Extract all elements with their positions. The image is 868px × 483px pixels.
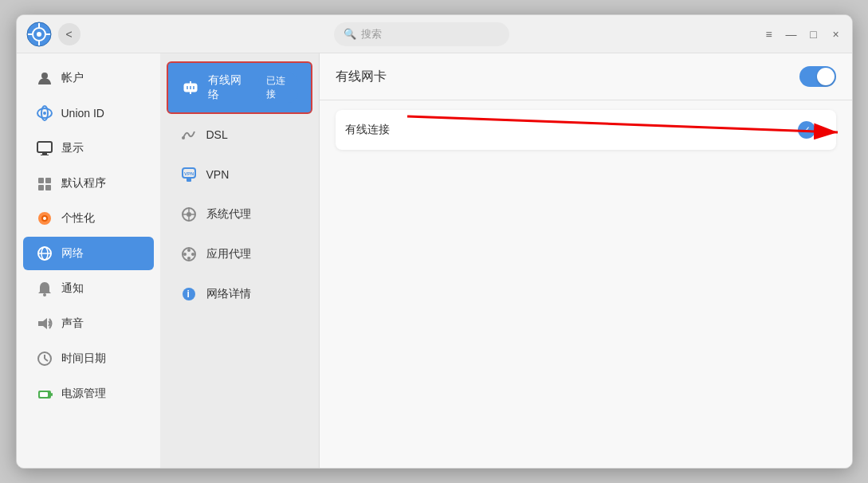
sidebar-label-network: 网络 (61, 246, 84, 261)
panel-header: 有线网卡 (320, 53, 852, 100)
titlebar-right: ≡ — □ × (763, 28, 842, 41)
sidebar-label-display: 显示 (61, 141, 84, 155)
svg-rect-31 (40, 392, 48, 397)
titlebar-left: < (26, 22, 81, 47)
svg-rect-14 (38, 178, 44, 183)
panel-title: 有线网卡 (336, 69, 799, 85)
sidebar-item-default-app[interactable]: 默认程序 (23, 167, 154, 200)
search-placeholder: 搜索 (361, 27, 382, 41)
network-panel: 有线网卡 有线连接 ✓ › (320, 53, 852, 468)
sidebar-label-power: 电源管理 (61, 387, 106, 401)
power-icon (36, 385, 53, 402)
display-icon (36, 139, 53, 157)
connected-badge: 已连接 (258, 73, 297, 103)
svg-rect-12 (42, 153, 47, 155)
sub-sidebar-label-app-proxy: 应用代理 (206, 247, 251, 261)
sidebar-item-datetime[interactable]: 时间日期 (23, 342, 154, 375)
sidebar-label-account: 帐户 (61, 71, 84, 85)
sub-sidebar-label-system-proxy: 系统代理 (206, 207, 251, 222)
table-row[interactable]: 有线连接 ✓ › (336, 110, 836, 150)
svg-point-7 (41, 73, 48, 79)
connection-list: 有线连接 ✓ › (320, 100, 852, 166)
network-sub-sidebar: 有线网络 已连接 DSL VPN (160, 53, 320, 468)
sidebar-label-default-app: 默认程序 (61, 176, 106, 190)
sub-sidebar-label-network-detail: 网络详情 (206, 287, 251, 301)
svg-text:i: i (187, 289, 189, 300)
wired-toggle[interactable] (799, 66, 836, 87)
search-icon: 🔍 (344, 28, 356, 40)
sub-sidebar-label-dsl: DSL (206, 128, 228, 141)
svg-point-2 (37, 32, 41, 37)
wired-network-icon (181, 78, 200, 97)
svg-point-24 (43, 293, 46, 296)
svg-line-28 (45, 359, 48, 361)
sidebar-label-sound: 声音 (61, 316, 84, 331)
close-button[interactable]: × (830, 28, 842, 41)
account-icon (36, 69, 53, 87)
sub-sidebar-item-network-detail[interactable]: i 网络详情 (167, 275, 312, 313)
sidebar-label-personalize: 个性化 (61, 211, 95, 226)
sub-sidebar-item-dsl[interactable]: DSL (167, 116, 312, 154)
titlebar-center: 🔍 搜索 (81, 22, 763, 46)
union-icon (36, 104, 53, 122)
back-button[interactable]: < (58, 23, 81, 45)
sidebar-item-network[interactable]: 网络 (23, 237, 154, 270)
svg-rect-13 (41, 155, 49, 155)
app-proxy-icon (179, 245, 198, 264)
svg-point-38 (182, 136, 185, 139)
sidebar-label-notify: 通知 (61, 281, 84, 296)
connected-check-icon: ✓ (798, 121, 815, 139)
sidebar-label-datetime: 时间日期 (61, 351, 106, 366)
network-icon (36, 245, 53, 262)
main-window: < 🔍 搜索 ≡ — □ × 帐户 (16, 14, 853, 469)
svg-point-51 (187, 249, 190, 252)
vpn-icon: VPN (179, 165, 198, 184)
titlebar: < 🔍 搜索 ≡ — □ × (17, 15, 852, 53)
search-bar[interactable]: 🔍 搜索 (334, 22, 509, 46)
minimize-button[interactable]: — (785, 28, 798, 41)
sidebar-item-sound[interactable]: 声音 (23, 307, 154, 340)
main-content: 帐户 Union ID 显示 (17, 53, 852, 468)
sidebar-item-power[interactable]: 电源管理 (23, 377, 154, 410)
system-proxy-icon (179, 205, 198, 224)
network-detail-icon: i (179, 285, 198, 304)
svg-point-20 (43, 217, 46, 220)
toggle-knob (817, 68, 835, 85)
svg-rect-30 (51, 393, 53, 396)
sub-sidebar-item-vpn[interactable]: VPN VPN (167, 155, 312, 194)
app-icon (26, 22, 52, 47)
sidebar-item-account[interactable]: 帐户 (23, 61, 154, 95)
svg-text:VPN: VPN (184, 171, 194, 176)
default-app-icon (36, 175, 53, 192)
svg-rect-11 (37, 142, 52, 152)
back-icon: < (65, 28, 72, 41)
dsl-icon (179, 125, 198, 144)
svg-rect-16 (38, 185, 44, 190)
svg-marker-25 (38, 318, 47, 329)
sub-sidebar-label-vpn: VPN (206, 168, 230, 181)
sub-sidebar-label-wired: 有线网络 (208, 73, 245, 102)
svg-point-43 (187, 212, 191, 217)
sidebar-item-display[interactable]: 显示 (23, 132, 154, 165)
connection-name: 有线连接 (345, 123, 799, 137)
svg-point-50 (191, 253, 194, 256)
svg-rect-15 (45, 178, 51, 183)
sidebar-item-personalize[interactable]: 个性化 (23, 202, 154, 235)
datetime-icon (36, 350, 53, 367)
sidebar-item-notify[interactable]: 通知 (23, 272, 154, 305)
svg-rect-17 (45, 185, 51, 190)
maximize-button[interactable]: □ (807, 28, 820, 41)
menu-button[interactable]: ≡ (763, 28, 776, 41)
sidebar-label-union-id: Union ID (61, 107, 104, 120)
personalize-icon (36, 210, 53, 227)
svg-point-10 (43, 112, 46, 115)
sub-sidebar-item-wired[interactable]: 有线网络 已连接 (167, 61, 312, 114)
notify-icon (36, 280, 53, 297)
sidebar-item-union-id[interactable]: Union ID (23, 96, 154, 130)
svg-point-49 (183, 253, 187, 256)
sub-sidebar-item-app-proxy[interactable]: 应用代理 (167, 235, 312, 273)
svg-point-52 (187, 257, 190, 260)
sub-sidebar-item-system-proxy[interactable]: 系统代理 (167, 195, 312, 234)
sound-icon (36, 315, 53, 332)
svg-rect-41 (187, 178, 191, 182)
